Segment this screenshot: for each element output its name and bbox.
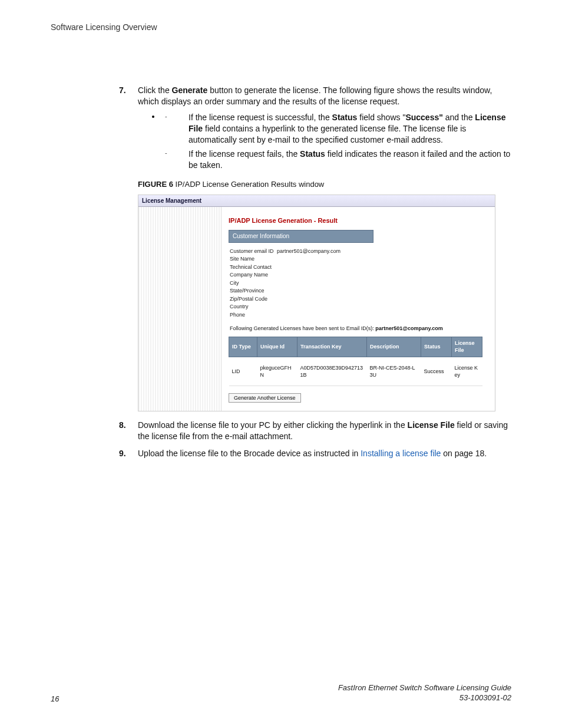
figure-caption: FIGURE 6 IP/ADP License Generation Resul… xyxy=(138,179,511,190)
field-label: Customer email ID xyxy=(230,248,277,256)
step-9: 9. Upload the license file to the Brocad… xyxy=(138,448,511,459)
page-number: 16 xyxy=(51,694,59,703)
license-table: ID Type Unique Id Transaction Key Descri… xyxy=(229,337,482,386)
cross-reference-link[interactable]: Installing a license file xyxy=(361,449,441,458)
text-bold: partner501@company.com xyxy=(375,325,443,331)
step-7: 7. Click the Generate button to generate… xyxy=(138,85,511,411)
figure-title: IP/ADP License Generation Results window xyxy=(173,180,324,189)
cell-description: BR-NI-CES-2048-L3U xyxy=(367,357,421,386)
field-label: Company Name xyxy=(230,271,277,279)
table-row: LID pkeguceGFHN A0D57D0038E39D9427131B B… xyxy=(229,357,482,386)
page-footer: 16 FastIron Ethernet Switch Software Lic… xyxy=(51,683,511,703)
cell-unique-id: pkeguceGFHN xyxy=(257,357,297,386)
text: Following Generated Licenses have been s… xyxy=(230,325,375,331)
field-label: Phone xyxy=(230,311,277,319)
customer-info-header: Customer Information xyxy=(229,230,373,243)
text-bold: Success" xyxy=(405,113,442,122)
text: on page 18. xyxy=(441,449,487,458)
text: Click the xyxy=(138,85,172,95)
text-bold: Generate xyxy=(172,85,208,95)
customer-info-fields: Customer email IDpartner501@company.com … xyxy=(230,248,488,319)
text: Download the license file to your PC by … xyxy=(138,420,408,430)
field-label: Zip/Postal Code xyxy=(230,295,277,304)
figure-image: License Management IP/ADP License Genera… xyxy=(138,195,495,411)
th-status: Status xyxy=(421,337,452,357)
dash-icon: - xyxy=(165,149,167,157)
field-label: Site Name xyxy=(230,255,277,263)
field-label: City xyxy=(230,279,277,288)
bullet-1: - If the license request is successful, … xyxy=(152,112,511,146)
th-description: Description xyxy=(367,337,421,357)
text: and the xyxy=(443,113,475,122)
field-value: partner501@company.com xyxy=(277,248,340,256)
bullet-2: - If the license request fails, the Stat… xyxy=(152,149,511,171)
cell-status: Success xyxy=(421,357,452,386)
bullet-icon xyxy=(152,116,154,118)
step-8: 8. Download the license file to your PC … xyxy=(138,420,511,442)
text: If the license request is successful, th… xyxy=(189,113,332,122)
figure-number: FIGURE 6 xyxy=(138,180,173,189)
dash-icon: - xyxy=(165,112,167,121)
step-number: 7. xyxy=(119,85,126,96)
generate-another-button[interactable]: Generate Another License xyxy=(229,393,301,403)
cell-transaction-key: A0D57D0038E39D9427131B xyxy=(297,357,367,386)
text-bold: Status xyxy=(332,113,358,122)
page-title: IP/ADP License Generation - Result xyxy=(229,216,488,225)
step-number: 9. xyxy=(119,448,126,459)
text: field shows " xyxy=(357,113,405,122)
section-header: Software Licensing Overview xyxy=(51,22,511,32)
text: Upload the license file to the Brocade d… xyxy=(138,449,361,458)
cell-id-type: LID xyxy=(229,357,257,386)
text: If the license request fails, the xyxy=(189,149,300,159)
th-transaction-key: Transaction Key xyxy=(297,337,367,357)
step-number: 8. xyxy=(119,420,126,431)
field-label: State/Province xyxy=(230,287,277,295)
doc-number: 53-1003091-02 xyxy=(338,693,511,703)
text-bold: License File xyxy=(408,420,455,430)
text-bold: Status xyxy=(300,149,325,159)
text: field contains a hyperlink to the genera… xyxy=(189,124,466,144)
window-title: License Management xyxy=(138,195,495,207)
th-id-type: ID Type xyxy=(229,337,257,357)
guide-title: FastIron Ethernet Switch Software Licens… xyxy=(338,683,511,693)
th-license-file: License File xyxy=(452,337,482,357)
field-label: Technical Contact xyxy=(230,263,277,272)
th-unique-id: Unique Id xyxy=(257,337,297,357)
sidebar-nav xyxy=(138,207,222,411)
cell-license-file[interactable]: License Key xyxy=(452,357,482,386)
field-label: Country xyxy=(230,303,277,311)
sent-message: Following Generated Licenses have been s… xyxy=(230,325,488,332)
